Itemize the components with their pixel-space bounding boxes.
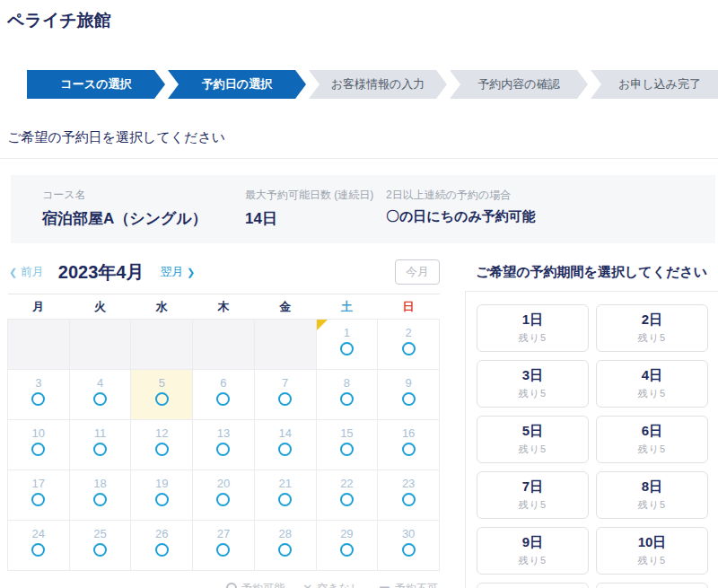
calendar-day-11[interactable]: 11 (69, 420, 131, 470)
available-circle-icon (93, 443, 107, 456)
course-info-field: コース名宿泊部屋A（シングル） (42, 188, 245, 229)
calendar-day-20[interactable]: 20 (193, 470, 255, 521)
calendar-day-6[interactable]: 6 (193, 370, 255, 420)
calendar-day-24[interactable]: 24 (8, 521, 70, 571)
day-number: 20 (193, 477, 254, 490)
calendar-day-4[interactable]: 4 (69, 370, 131, 420)
legend-item: 予約可能 (226, 581, 285, 588)
available-circle-icon (278, 543, 292, 557)
duration-button-label: 3日 (522, 367, 543, 384)
available-circle-icon (93, 493, 107, 506)
day-number: 29 (317, 527, 378, 540)
duration-button-6日[interactable]: 6日残り5 (596, 416, 708, 463)
day-number: 11 (70, 426, 131, 440)
available-circle-icon (340, 392, 354, 406)
next-month-link[interactable]: 翌月 ❯ (160, 264, 195, 280)
calendar-day-16[interactable]: 16 (378, 420, 440, 470)
calendar-day-17[interactable]: 17 (8, 470, 70, 521)
calendar-day-30[interactable]: 30 (378, 521, 440, 571)
calendar-day-23[interactable]: 23 (378, 470, 440, 521)
calendar-day-13[interactable]: 13 (193, 420, 255, 470)
calendar-day-5[interactable]: 5 (131, 370, 193, 420)
calendar-empty-cell (131, 320, 193, 370)
page-heading: ご希望の予約日を選択してください (7, 129, 711, 146)
available-circle-icon (155, 392, 169, 406)
calendar-month-title: 2023年4月 (58, 260, 144, 285)
calendar-day-29[interactable]: 29 (316, 521, 378, 571)
calendar-day-21[interactable]: 21 (254, 470, 316, 521)
available-circle-icon (155, 543, 169, 557)
available-circle-icon (340, 543, 354, 557)
available-circle-icon (278, 392, 292, 406)
legend-item: ー予約不可 (379, 580, 438, 588)
duration-button-partial[interactable] (477, 583, 589, 588)
weekday-header-金: 金 (254, 294, 316, 320)
available-circle-icon (31, 493, 45, 506)
calendar-day-7[interactable]: 7 (254, 370, 316, 420)
day-number: 22 (317, 477, 378, 490)
available-circle-icon (216, 543, 230, 557)
duration-button-4日[interactable]: 4日残り5 (596, 360, 708, 408)
duration-button-label: 8日 (642, 478, 662, 496)
duration-button-1日[interactable]: 1日残り5 (477, 304, 589, 352)
available-circle-icon (340, 342, 354, 355)
day-number: 17 (8, 477, 69, 490)
available-circle-icon (31, 543, 45, 557)
duration-remaining-label: 残り5 (519, 387, 547, 400)
calendar-day-2[interactable]: 2 (378, 320, 440, 370)
calendar-table: 月火水木金土日 12345678910111213141516171819202… (7, 294, 440, 571)
calendar-day-14[interactable]: 14 (254, 420, 316, 470)
day-number: 13 (193, 426, 254, 440)
day-number: 2 (378, 326, 439, 339)
day-number: 4 (70, 376, 131, 390)
duration-button-10日[interactable]: 10日残り5 (596, 527, 708, 575)
calendar-day-28[interactable]: 28 (254, 521, 316, 571)
available-circle-icon (155, 443, 169, 456)
duration-button-8日[interactable]: 8日残り5 (596, 471, 708, 519)
calendar-day-3[interactable]: 3 (8, 370, 70, 420)
calendar-day-25[interactable]: 25 (69, 521, 131, 571)
calendar-day-22[interactable]: 22 (316, 470, 378, 521)
calendar-day-8[interactable]: 8 (316, 370, 378, 420)
available-circle-icon (340, 443, 354, 456)
duration-remaining-label: 残り5 (519, 554, 547, 567)
available-circle-icon (402, 392, 416, 406)
stepper-step-5: お申し込み完了 (591, 70, 718, 99)
calendar-empty-cell (8, 320, 70, 370)
calendar-day-26[interactable]: 26 (131, 521, 193, 571)
calendar-day-27[interactable]: 27 (193, 521, 255, 571)
day-number: 6 (193, 376, 254, 390)
duration-remaining-label: 残り5 (519, 331, 547, 345)
duration-button-2日[interactable]: 2日残り5 (596, 304, 708, 352)
weekday-header-水: 水 (131, 294, 193, 320)
duration-button-label: 6日 (642, 423, 662, 440)
today-button[interactable]: 今月 (395, 259, 440, 285)
available-circle-icon (402, 443, 416, 456)
duration-button-3日[interactable]: 3日残り5 (477, 360, 589, 408)
weekday-header-木: 木 (193, 294, 255, 320)
duration-button-9日[interactable]: 9日残り5 (477, 527, 589, 575)
duration-remaining-label: 残り5 (638, 331, 666, 345)
day-number: 16 (378, 426, 439, 440)
duration-button-label: 7日 (522, 478, 543, 496)
calendar-day-19[interactable]: 19 (131, 470, 193, 521)
prev-month-link[interactable]: ❮ 前月 (9, 264, 44, 280)
calendar-day-9[interactable]: 9 (378, 370, 440, 420)
available-circle-icon (402, 493, 416, 506)
duration-button-5日[interactable]: 5日残り5 (477, 416, 589, 463)
calendar-day-12[interactable]: 12 (131, 420, 193, 470)
duration-button-label: 10日 (638, 534, 667, 551)
day-number: 14 (255, 426, 316, 440)
calendar-nav: ❮ 前月 2023年4月 翌月 ❯ 今月 (7, 259, 440, 285)
duration-button-partial[interactable] (596, 583, 708, 588)
calendar-day-10[interactable]: 10 (8, 420, 70, 470)
chevron-left-icon: ❮ (9, 267, 17, 277)
duration-button-7日[interactable]: 7日残り5 (477, 471, 589, 519)
available-circle-icon (402, 342, 416, 355)
calendar-day-1[interactable]: 1 (316, 320, 378, 370)
day-number: 25 (70, 527, 131, 540)
duration-remaining-label: 残り5 (519, 498, 547, 512)
calendar-day-18[interactable]: 18 (69, 470, 131, 521)
calendar-day-15[interactable]: 15 (316, 420, 378, 470)
available-circle-icon (216, 493, 230, 506)
